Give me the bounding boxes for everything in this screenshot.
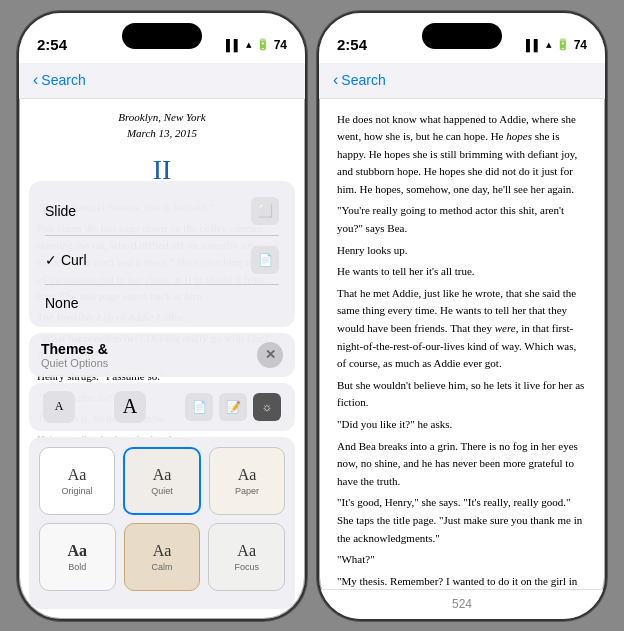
phones-container: 2:54 ▌▌ ▴ 🔋 74 ‹ Search Brooklyn, New Yo… xyxy=(17,11,607,621)
bottom-sheet: Slide ⬜ ✓ Curl 📄 None xyxy=(19,181,305,619)
font-type-icon[interactable]: 📄 xyxy=(185,393,213,421)
right-phone-body: He does not know what happened to Addie,… xyxy=(319,99,605,589)
slide-option[interactable]: Slide ⬜ xyxy=(29,187,295,235)
themes-row-1: Aa Original Aa Quiet Aa Paper xyxy=(39,447,285,515)
none-label: None xyxy=(45,295,78,311)
font-controls: A A 📄 📝 ☼ xyxy=(29,383,295,431)
themes-bar: Themes & Quiet Options ✕ xyxy=(29,333,295,377)
theme-quiet-aa: Aa xyxy=(153,466,172,484)
left-phone-body: Brooklyn, New YorkMarch 13, 2015 II "Hen… xyxy=(19,99,305,619)
right-para-7: And Bea breaks into a grin. There is no … xyxy=(337,438,587,491)
left-nav-back[interactable]: ‹ Search xyxy=(33,71,86,89)
theme-original[interactable]: Aa Original xyxy=(39,447,115,515)
right-status-time: 2:54 xyxy=(337,36,367,53)
right-para-10: "My thesis. Remember? I wanted to do it … xyxy=(337,573,587,589)
dynamic-island xyxy=(122,23,202,49)
curl-icon: 📄 xyxy=(251,246,279,274)
theme-quiet-name: Quiet xyxy=(151,486,173,496)
font-small-btn[interactable]: A xyxy=(43,391,75,423)
right-para-1: "You're really going to method actor thi… xyxy=(337,202,587,237)
theme-paper[interactable]: Aa Paper xyxy=(209,447,285,515)
left-phone: 2:54 ▌▌ ▴ 🔋 74 ‹ Search Brooklyn, New Yo… xyxy=(17,11,307,621)
close-button[interactable]: ✕ xyxy=(257,342,283,368)
theme-icons: 📄 📝 ☼ xyxy=(185,393,281,421)
right-phone: 2:54 ▌▌ ▴ 🔋 74 ‹ Search He does not know… xyxy=(317,11,607,621)
theme-paper-aa: Aa xyxy=(238,466,257,484)
theme-calm[interactable]: Aa Calm xyxy=(124,523,201,591)
theme-focus-aa: Aa xyxy=(237,542,256,560)
slide-label: Slide xyxy=(45,203,76,219)
theme-original-aa: Aa xyxy=(68,466,87,484)
theme-focus-name: Focus xyxy=(234,562,259,572)
curl-option[interactable]: ✓ Curl 📄 xyxy=(29,236,295,284)
right-book-text: He does not know what happened to Addie,… xyxy=(319,99,605,589)
book-header: Brooklyn, New YorkMarch 13, 2015 xyxy=(37,109,287,142)
themes-label: Themes & xyxy=(41,341,108,357)
right-dynamic-island xyxy=(422,23,502,49)
themes-row-2: Aa Bold Aa Calm Aa Focus xyxy=(39,523,285,591)
right-para-2: Henry looks up. xyxy=(337,242,587,260)
right-nav-back[interactable]: ‹ Search xyxy=(333,71,386,89)
left-nav-bar: ‹ Search xyxy=(19,63,305,99)
right-para-5: But she wouldn't believe him, so he lets… xyxy=(337,377,587,412)
theme-paper-name: Paper xyxy=(235,486,259,496)
theme-bold[interactable]: Aa Bold xyxy=(39,523,116,591)
left-status-icons: ▌▌ ▴ 🔋 74 xyxy=(226,38,287,52)
brightness-icon[interactable]: ☼ xyxy=(253,393,281,421)
font-style-icon[interactable]: 📝 xyxy=(219,393,247,421)
right-para-0: He does not know what happened to Addie,… xyxy=(337,111,587,199)
font-large-btn[interactable]: A xyxy=(114,391,146,423)
right-para-9: "What?" xyxy=(337,551,587,569)
right-status-icons: ▌▌ ▴ 🔋 74 xyxy=(526,38,587,52)
theme-focus[interactable]: Aa Focus xyxy=(208,523,285,591)
quiet-options-label: Quiet Options xyxy=(41,357,108,369)
slide-icon: ⬜ xyxy=(251,197,279,225)
right-para-4: That he met Addie, just like he wrote, t… xyxy=(337,285,587,373)
theme-calm-aa: Aa xyxy=(153,542,172,560)
page-number-bar: 524 xyxy=(319,589,605,619)
none-option[interactable]: None xyxy=(29,285,295,321)
right-para-3: He wants to tell her it's all true. xyxy=(337,263,587,281)
theme-quiet[interactable]: Aa Quiet xyxy=(123,447,201,515)
right-para-6: "Did you like it?" he asks. xyxy=(337,416,587,434)
slide-menu: Slide ⬜ ✓ Curl 📄 None xyxy=(29,181,295,327)
theme-original-name: Original xyxy=(61,486,92,496)
right-nav-bar: ‹ Search xyxy=(319,63,605,99)
right-para-8: "It's good, Henry," she says. "It's real… xyxy=(337,494,587,547)
theme-calm-name: Calm xyxy=(152,562,173,572)
themes-grid: Aa Original Aa Quiet Aa Paper xyxy=(29,437,295,609)
theme-bold-aa: Aa xyxy=(68,542,88,560)
page-number: 524 xyxy=(452,597,472,611)
theme-bold-name: Bold xyxy=(68,562,86,572)
curl-label: ✓ Curl xyxy=(45,252,87,268)
left-status-time: 2:54 xyxy=(37,36,67,53)
